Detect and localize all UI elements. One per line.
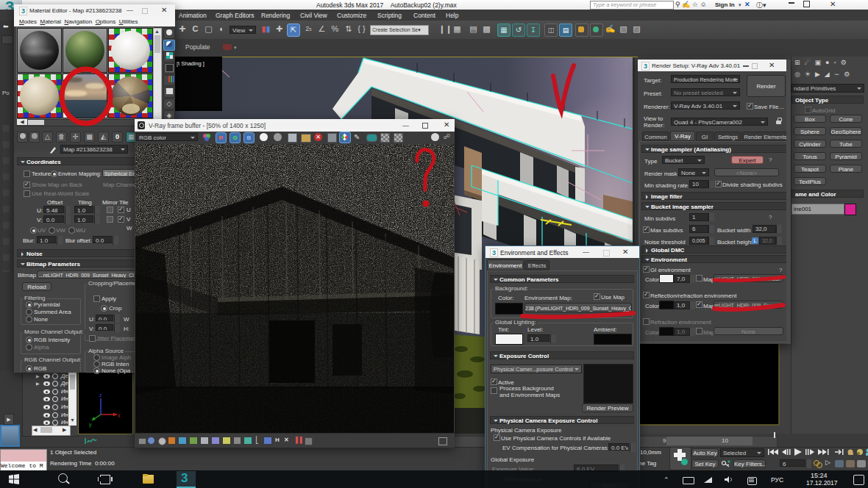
- svg-text:x: x: [118, 413, 121, 418]
- svg-text:y: y: [89, 422, 92, 428]
- svg-text:z: z: [99, 392, 102, 398]
